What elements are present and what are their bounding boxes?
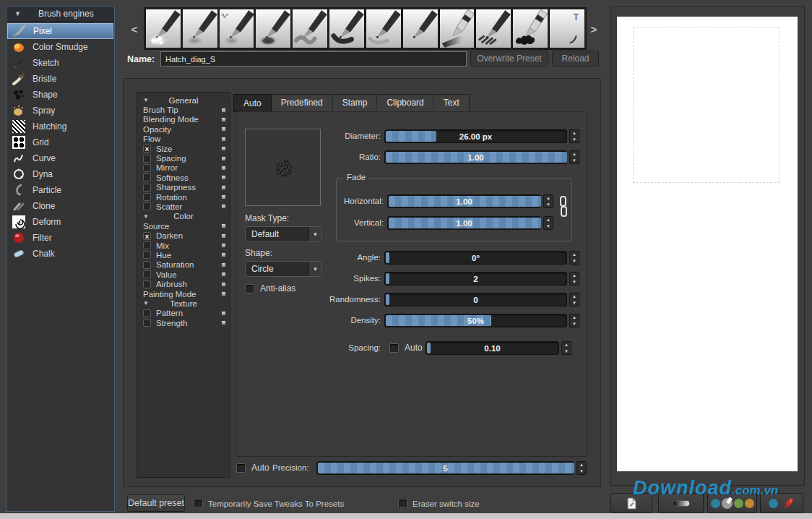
strength-checkbox[interactable] bbox=[143, 319, 151, 327]
section-texture[interactable]: ▼Texture bbox=[137, 299, 230, 308]
fade-horizontal-slider[interactable]: 1.00 bbox=[387, 194, 541, 208]
preset-thumbnail-marker-blob[interactable] bbox=[512, 9, 548, 48]
option-brush-tip[interactable]: Brush Tip bbox=[137, 105, 230, 114]
previous-presets-button[interactable]: < bbox=[129, 20, 140, 39]
engine-item-curve[interactable]: Curve bbox=[7, 150, 114, 166]
preset-thumbnail-airbrush-squiggle[interactable] bbox=[219, 9, 255, 48]
engine-item-bristle[interactable]: Bristle bbox=[7, 71, 114, 87]
preset-thumbnail-airbrush-dark[interactable] bbox=[255, 9, 291, 48]
spacing-checkbox[interactable] bbox=[143, 155, 151, 163]
hue-checkbox[interactable] bbox=[143, 251, 151, 259]
tab-clipboard[interactable]: Clipboard bbox=[377, 95, 433, 111]
scratchpad-canvas[interactable] bbox=[617, 17, 798, 471]
engine-item-dyna[interactable]: Dyna bbox=[7, 166, 114, 182]
engine-item-clone[interactable]: Clone bbox=[7, 198, 114, 214]
engine-item-grid[interactable]: Grid bbox=[7, 134, 114, 150]
mirror-checkbox[interactable] bbox=[143, 164, 151, 172]
pattern-checkbox[interactable] bbox=[143, 309, 151, 317]
engine-item-color-smudge[interactable]: Color Smudge bbox=[7, 39, 114, 55]
value-checkbox[interactable] bbox=[143, 270, 151, 278]
randomness-spinner[interactable]: ▲▼ bbox=[569, 293, 579, 306]
option-mirror[interactable]: Mirror bbox=[137, 163, 230, 173]
precision-spinner[interactable]: ▲▼ bbox=[576, 461, 587, 475]
preset-thumbnail-pen-scribble[interactable] bbox=[475, 9, 511, 48]
tab-text[interactable]: Text bbox=[434, 95, 469, 111]
option-blending-mode[interactable]: Blending Mode bbox=[137, 115, 230, 124]
section-color[interactable]: ▼Color bbox=[137, 212, 230, 221]
engine-item-filter[interactable]: Filter bbox=[7, 230, 114, 246]
diameter-slider[interactable]: 26.00 px bbox=[384, 129, 567, 143]
angle-spinner[interactable]: ▲▼ bbox=[569, 251, 579, 265]
brush-engines-header[interactable]: ▼ Brush engines bbox=[7, 7, 114, 22]
darken-checkbox[interactable]: × bbox=[143, 232, 151, 240]
engine-item-spray[interactable]: Spray bbox=[7, 103, 114, 119]
spikes-spinner[interactable]: ▲▼ bbox=[569, 272, 579, 286]
option-mix[interactable]: Mix bbox=[137, 241, 230, 250]
preset-thumbnail-pen-light[interactable] bbox=[366, 9, 402, 48]
engine-item-particle[interactable]: Particle bbox=[7, 182, 114, 198]
save-tweaks-checkbox[interactable] bbox=[194, 499, 203, 508]
engine-item-deform[interactable]: Deform bbox=[7, 214, 114, 230]
option-strength[interactable]: Strength bbox=[137, 318, 230, 327]
airbrush-checkbox[interactable] bbox=[143, 280, 151, 288]
fade-horizontal-spinner[interactable]: ▲▼ bbox=[543, 194, 553, 208]
fill-with-preset-icon-button[interactable] bbox=[610, 493, 652, 513]
option-darken[interactable]: ×Darken bbox=[137, 231, 230, 240]
scatter-checkbox[interactable] bbox=[143, 202, 151, 210]
preset-thumbnail-pen-faint[interactable] bbox=[402, 9, 439, 48]
ratio-spinner[interactable]: ▲▼ bbox=[569, 150, 579, 164]
spikes-slider[interactable]: 2 bbox=[384, 272, 567, 286]
mix-checkbox[interactable] bbox=[143, 241, 151, 249]
engine-item-shape[interactable]: Shape bbox=[7, 87, 114, 103]
spacing-auto-checkbox[interactable] bbox=[389, 343, 399, 353]
precision-auto-checkbox[interactable] bbox=[236, 463, 246, 473]
preset-name-input[interactable] bbox=[160, 51, 467, 67]
density-spinner[interactable]: ▲▼ bbox=[569, 314, 579, 327]
option-opacity[interactable]: Opacity bbox=[137, 124, 230, 134]
option-sharpness[interactable]: Sharpness bbox=[137, 183, 230, 192]
option-source[interactable]: Source bbox=[137, 221, 230, 231]
tab-auto[interactable]: Auto bbox=[233, 94, 272, 112]
fade-vertical-spinner[interactable]: ▲▼ bbox=[543, 216, 553, 230]
spacing-slider[interactable]: 0.10 bbox=[426, 341, 559, 355]
engine-item-chalk[interactable]: Chalk bbox=[7, 246, 114, 262]
fill-with-gradient-button[interactable] bbox=[658, 493, 704, 513]
option-flow[interactable]: Flow bbox=[137, 134, 230, 144]
option-size[interactable]: ×Size bbox=[137, 144, 230, 153]
angle-slider[interactable]: 0° bbox=[384, 251, 567, 265]
option-hue[interactable]: Hue bbox=[137, 250, 230, 260]
preset-thumbnail-pen-dark[interactable] bbox=[329, 9, 365, 48]
preset-thumbnail-airbrush-soft[interactable] bbox=[182, 9, 218, 48]
saturation-checkbox[interactable] bbox=[143, 261, 151, 269]
option-painting-mode[interactable]: Painting Mode bbox=[137, 289, 230, 299]
option-saturation[interactable]: Saturation bbox=[137, 260, 230, 270]
option-airbrush[interactable]: Airbrush bbox=[137, 279, 230, 288]
reset-scratchpad-button[interactable] bbox=[760, 493, 803, 513]
precision-slider[interactable]: 5 bbox=[316, 461, 574, 475]
next-presets-button[interactable]: > bbox=[588, 20, 600, 39]
section-general[interactable]: ▼General bbox=[137, 95, 230, 105]
diameter-spinner[interactable]: ▲▼ bbox=[569, 129, 579, 143]
tab-predefined[interactable]: Predefined bbox=[272, 95, 333, 111]
option-pattern[interactable]: Pattern bbox=[137, 309, 230, 318]
preset-thumbnail-airbrush-light[interactable] bbox=[145, 9, 181, 48]
softness-checkbox[interactable] bbox=[143, 173, 151, 181]
spacing-spinner[interactable]: ▲▼ bbox=[561, 341, 571, 355]
default-preset-button[interactable]: Default preset bbox=[127, 494, 185, 512]
link-fade-icon[interactable] bbox=[559, 196, 567, 223]
randomness-slider[interactable]: 0 bbox=[384, 293, 567, 306]
option-scatter[interactable]: Scatter bbox=[137, 202, 230, 211]
ratio-slider[interactable]: 1.00 bbox=[384, 150, 567, 164]
preset-thumbnail-pen-gray[interactable] bbox=[292, 9, 328, 48]
fill-with-background-color-button[interactable] bbox=[707, 493, 757, 513]
engine-item-hatching[interactable]: Hatching bbox=[7, 119, 114, 134]
option-spacing[interactable]: Spacing bbox=[137, 153, 230, 163]
option-softness[interactable]: Softness bbox=[137, 173, 230, 182]
option-rotation[interactable]: Rotation bbox=[137, 192, 230, 202]
engine-item-pixel[interactable]: Pixel bbox=[7, 23, 113, 39]
sharpness-checkbox[interactable] bbox=[143, 184, 151, 192]
overwrite-preset-button[interactable]: Overwrite Preset bbox=[470, 51, 548, 67]
eraser-switch-checkbox[interactable] bbox=[398, 499, 407, 508]
size-checkbox[interactable]: × bbox=[143, 145, 151, 153]
preset-thumbnail-marker-gradient[interactable] bbox=[439, 9, 475, 48]
